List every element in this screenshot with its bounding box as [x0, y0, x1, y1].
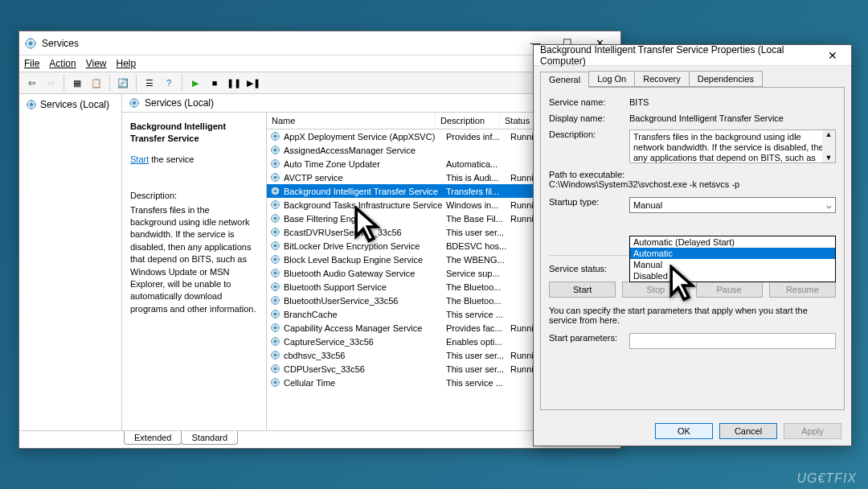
- cell-description: Transfers fil...: [446, 187, 510, 196]
- dropdown-option[interactable]: Automatic: [630, 248, 835, 259]
- dropdown-option[interactable]: Automatic (Delayed Start): [630, 236, 835, 248]
- label-path: Path to executable:: [549, 170, 836, 179]
- column-name[interactable]: Name: [267, 113, 436, 129]
- cell-name: Block Level Backup Engine Service: [284, 255, 446, 265]
- cell-description: Automatica...: [446, 159, 510, 169]
- gear-icon: [270, 227, 280, 237]
- label-startup-type: Startup type:: [549, 197, 629, 207]
- titlebar: Services — ☐ ✕: [19, 31, 620, 55]
- gear-icon: [270, 186, 280, 196]
- cell-name: AssignedAccessManager Service: [284, 146, 446, 155]
- label-start-parameters: Start parameters:: [549, 333, 629, 343]
- tree-node-services-local[interactable]: Services (Local): [23, 97, 118, 112]
- chevron-down-icon: ⌵: [826, 200, 832, 211]
- tab-content-general: Service name: BITS Display name: Backgro…: [540, 87, 845, 410]
- gear-icon: [270, 323, 280, 333]
- cell-name: Cellular Time: [284, 378, 446, 388]
- help-button[interactable]: ?: [160, 74, 178, 92]
- menubar: File Action View Help: [19, 55, 620, 72]
- dialog-tabs: General Log On Recovery Dependencies: [534, 66, 851, 87]
- gear-icon: [270, 350, 280, 360]
- column-description[interactable]: Description: [436, 113, 500, 129]
- cell-description: Provides inf...: [446, 132, 510, 142]
- label-service-status: Service status:: [549, 264, 629, 273]
- tab-general[interactable]: General: [540, 72, 589, 88]
- dropdown-option[interactable]: Manual: [630, 259, 835, 270]
- startup-type-select[interactable]: Manual ⌵: [629, 197, 836, 213]
- tab-standard[interactable]: Standard: [181, 431, 238, 445]
- gear-icon: [270, 309, 280, 319]
- cell-name: CaptureService_33c56: [284, 337, 446, 347]
- tree-pane: Services (Local): [19, 94, 122, 430]
- gear-icon: [270, 254, 280, 265]
- ok-button[interactable]: OK: [655, 423, 713, 439]
- gear-icon: [270, 336, 280, 347]
- menu-action[interactable]: Action: [49, 58, 76, 69]
- label-display-name: Display name:: [549, 113, 629, 123]
- tab-recovery[interactable]: Recovery: [634, 71, 689, 87]
- stop-service-button[interactable]: ■: [206, 74, 223, 92]
- tab-dependencies[interactable]: Dependencies: [689, 71, 763, 87]
- cell-name: Capability Access Manager Service: [284, 323, 446, 333]
- gear-icon: [270, 199, 280, 210]
- gear-icon: [270, 158, 280, 169]
- cell-name: Background Tasks Infrastructure Service: [284, 200, 446, 210]
- dialog-close-button[interactable]: ✕: [821, 49, 845, 62]
- cell-description: Service sup...: [446, 269, 510, 278]
- tab-logon[interactable]: Log On: [588, 71, 635, 87]
- start-service-button[interactable]: ▶: [186, 74, 204, 92]
- label-description: Description:: [549, 129, 629, 139]
- cell-name: Base Filtering Engine: [284, 214, 446, 224]
- cell-description: This user ser...: [446, 228, 510, 237]
- gear-icon: [270, 377, 280, 388]
- view-tabs: Extended Standard: [19, 430, 620, 448]
- refresh-button[interactable]: 🔄: [114, 74, 132, 92]
- start-service-link[interactable]: Start: [130, 154, 149, 164]
- pause-service-button[interactable]: ❚❚: [225, 74, 243, 92]
- forward-button[interactable]: ⇨: [42, 74, 59, 92]
- startup-type-dropdown[interactable]: Automatic (Delayed Start)AutomaticManual…: [629, 236, 836, 282]
- scrollbar[interactable]: ▲▼: [822, 130, 835, 162]
- cell-name: cbdhsvc_33c56: [284, 351, 446, 360]
- restart-service-button[interactable]: ▶❚: [244, 74, 262, 92]
- gear-icon: [270, 268, 280, 278]
- tab-extended[interactable]: Extended: [124, 431, 182, 445]
- cell-description: BDESVC hos...: [446, 241, 510, 251]
- description-textbox[interactable]: Transfers files in the background using …: [629, 129, 836, 163]
- dialog-title: Background Intelligent Transfer Service …: [540, 44, 821, 67]
- menu-help[interactable]: Help: [117, 58, 137, 69]
- cell-name: CDPUserSvc_33c56: [284, 364, 446, 374]
- services-icon: [24, 37, 37, 50]
- value-display-name: Background Intelligent Transfer Service: [629, 113, 836, 123]
- cell-description: This user ser...: [446, 364, 510, 374]
- cell-name: BluetoothUserService_33c56: [284, 296, 446, 306]
- cell-name: BranchCache: [284, 310, 446, 319]
- gear-icon: [270, 131, 280, 142]
- cell-name: Bluetooth Support Service: [284, 282, 446, 292]
- gear-icon: [129, 97, 140, 109]
- gear-icon: [270, 240, 280, 251]
- start-parameters-input[interactable]: [629, 333, 836, 349]
- cell-name: AVCTP service: [284, 173, 446, 183]
- cell-name: AppX Deployment Service (AppXSVC): [284, 132, 446, 142]
- services-window: Services — ☐ ✕ File Action View Help ⇦ ⇨…: [18, 31, 621, 449]
- detail-pane: Background Intelligent Transfer Service …: [122, 113, 267, 430]
- start-button[interactable]: Start: [549, 281, 616, 298]
- cancel-button[interactable]: Cancel: [719, 423, 777, 439]
- gear-icon: [26, 99, 37, 110]
- gear-icon: [270, 172, 280, 183]
- start-service-link-row: Start the service: [130, 154, 258, 166]
- toolbar: ⇦ ⇨ ▦ 📋 🔄 ☰ ? ▶ ■ ❚❚ ▶❚: [19, 72, 620, 94]
- menu-view[interactable]: View: [86, 58, 107, 69]
- stop-button: Stop: [622, 281, 689, 298]
- dropdown-option[interactable]: Disabled: [630, 270, 835, 281]
- export-button[interactable]: 📋: [88, 74, 105, 92]
- back-button[interactable]: ⇦: [23, 74, 40, 92]
- pause-button: Pause: [696, 281, 763, 298]
- description-label: Description:: [130, 190, 258, 202]
- menu-file[interactable]: File: [24, 58, 39, 69]
- cell-description: Enables opti...: [446, 337, 510, 347]
- properties-button[interactable]: ☰: [141, 74, 158, 92]
- show-hide-button[interactable]: ▦: [68, 74, 86, 92]
- gear-icon: [270, 364, 280, 374]
